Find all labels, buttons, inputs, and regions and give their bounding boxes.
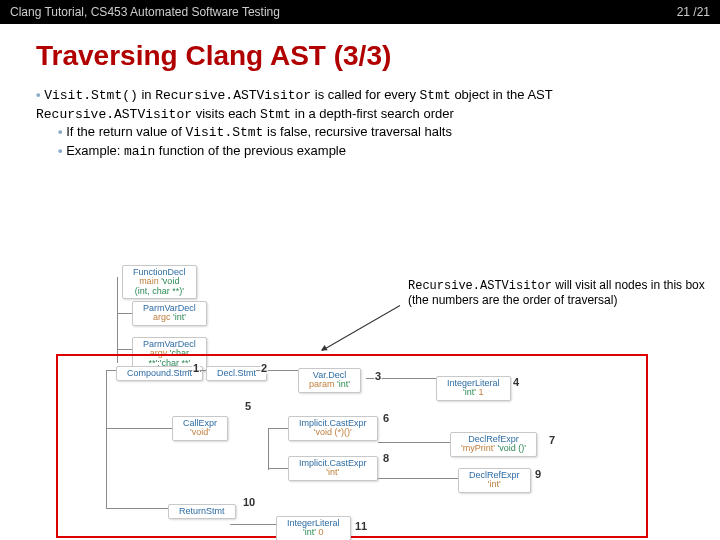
text: 'int' — [299, 468, 367, 477]
text: 'int' — [173, 312, 186, 322]
node-declstmt: Decl.Stmt — [217, 369, 256, 378]
bullet-3: Example: main function of the previous e… — [58, 142, 700, 161]
text: 'int' — [469, 480, 520, 489]
text: object in the AST — [451, 87, 553, 102]
text: Example: — [66, 143, 124, 158]
slide-header: Clang Tutorial, CS453 Automated Software… — [0, 0, 720, 24]
text: in a depth-first search order — [291, 106, 454, 121]
text: If the return value of — [66, 124, 185, 139]
text: in — [138, 87, 155, 102]
bullet-3-code: main — [124, 144, 155, 159]
header-page: 21 /21 — [677, 5, 710, 19]
text: 'void (*)()' — [299, 428, 367, 437]
traversal-box: Compound.Stmt Decl.Stmt Var.Declparam 'i… — [56, 354, 648, 538]
order-2: 2 — [260, 362, 268, 374]
text: is called for every — [311, 87, 419, 102]
bullet-1-code3: Stmt — [420, 88, 451, 103]
text: 'int' — [303, 527, 316, 537]
text: function of the previous example — [155, 143, 346, 158]
bullet-1: Visit.Stmt() in Recursive.ASTVisitor is … — [36, 86, 700, 160]
callout-code: Recursive.ASTVisitor — [408, 279, 552, 293]
text: 'void' — [183, 428, 217, 437]
bullet-1-code5: Stmt — [260, 107, 291, 122]
text: 'int' — [463, 387, 476, 397]
bullet-2-code: Visit.Stmt — [185, 125, 263, 140]
slide-body: Visit.Stmt() in Recursive.ASTVisitor is … — [0, 86, 720, 160]
node-compoundstmt: Compound.Stmt — [127, 369, 192, 378]
text: argc — [153, 312, 171, 322]
order-11: 11 — [354, 520, 368, 532]
order-5: 5 — [244, 400, 252, 412]
order-10: 10 — [242, 496, 256, 508]
text: 'void ()' — [497, 443, 525, 453]
order-9: 9 — [534, 468, 542, 480]
text: param — [309, 379, 335, 389]
bullet-2: If the return value of Visit.Stmt is fal… — [58, 123, 700, 142]
bullet-1-code4: Recursive.ASTVisitor — [36, 107, 192, 122]
order-6: 6 — [382, 412, 390, 424]
text: 0 — [319, 527, 324, 537]
text: is false, recursive traversal halts — [263, 124, 452, 139]
header-title: Clang Tutorial, CS453 Automated Software… — [10, 5, 677, 19]
order-3: 3 — [374, 370, 382, 382]
text: 'myPrint' — [461, 443, 495, 453]
slide-title: Traversing Clang AST (3/3) — [36, 40, 720, 72]
text: visits each — [192, 106, 260, 121]
bullet-1-code1: Visit.Stmt() — [44, 88, 138, 103]
order-8: 8 — [382, 452, 390, 464]
bullet-1-code2: Recursive.ASTVisitor — [155, 88, 311, 103]
order-1: 1 — [192, 362, 200, 374]
callout-text: Recursive.ASTVisitor will visit all node… — [408, 278, 708, 308]
callout-arrow — [322, 305, 400, 351]
order-4: 4 — [512, 376, 520, 388]
text: 'int' — [337, 379, 350, 389]
text: 1 — [479, 387, 484, 397]
node-returnstmt: ReturnStmt — [179, 507, 225, 516]
order-7: 7 — [548, 434, 556, 446]
